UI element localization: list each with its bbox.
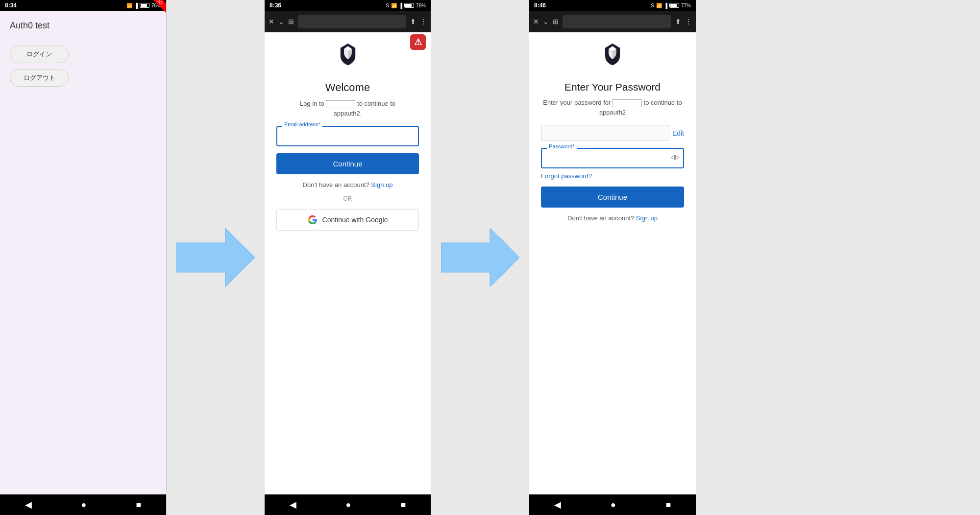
password-input[interactable]: [541, 148, 684, 168]
recent-btn-2[interactable]: ■: [401, 500, 406, 510]
chevron-down-icon-3[interactable]: ⌄: [543, 18, 549, 25]
app-title: Auth0 test: [10, 21, 156, 31]
battery-text-3: 77%: [681, 3, 691, 8]
signup-link-2[interactable]: Sign up: [371, 181, 392, 188]
status-bar-1: 8:34 📶 ▐ 76%: [0, 0, 166, 11]
svg-marker-1: [441, 228, 519, 287]
back-btn-1[interactable]: ◀: [25, 499, 32, 510]
subtitle-box: [326, 100, 355, 108]
s-icon: S: [386, 3, 389, 8]
pw-label: Password*: [547, 143, 577, 149]
url-box-2[interactable]: [298, 15, 406, 28]
google-btn-label: Continue with Google: [322, 216, 388, 224]
signal-icon-3: ▐: [664, 3, 667, 8]
home-btn-3[interactable]: ●: [611, 500, 616, 510]
time-1: 8:34: [5, 2, 17, 9]
subtitle-suffix: to continue to: [357, 100, 395, 107]
signal-icon: ▐: [134, 3, 138, 8]
back-btn-2[interactable]: ◀: [290, 499, 296, 510]
pw-subtitle-prefix: Enter your password for: [543, 99, 611, 106]
svg-marker-0: [176, 228, 255, 287]
browser-bar-3: ✕ ⌄ ⊞ ⬆ ⋮: [529, 11, 696, 32]
close-icon-3[interactable]: ✕: [533, 18, 539, 25]
login-button[interactable]: ログイン: [10, 46, 69, 63]
nav-bar-2: ◀ ● ■: [265, 494, 431, 515]
signup-text-3: Don't have an account?: [567, 214, 634, 222]
battery-1: [140, 3, 149, 8]
welcome-title: Welcome: [325, 81, 370, 94]
back-btn-3[interactable]: ◀: [554, 499, 561, 510]
status-bar-2: 8:36 S 📶 ▐ 76%: [265, 0, 431, 11]
enter-pw-title: Enter Your Password: [564, 81, 661, 93]
eye-icon[interactable]: 👁: [671, 154, 679, 163]
home-btn-2[interactable]: ●: [346, 500, 351, 510]
screen1-content: Auth0 test ログイン ログアウト: [0, 11, 166, 494]
continue-button-2[interactable]: Continue: [276, 153, 419, 174]
google-button[interactable]: Continue with Google: [276, 209, 419, 231]
or-text: OR: [339, 195, 357, 202]
more-icon-3[interactable]: ⋮: [685, 18, 692, 25]
time-3: 8:46: [534, 2, 546, 9]
recent-btn-1[interactable]: ■: [136, 500, 142, 510]
arrow-1: [167, 0, 265, 515]
time-2: 8:36: [270, 2, 281, 9]
screen3-main: Enter Your Password Enter your password …: [529, 71, 696, 494]
email-label: Email address*: [282, 121, 322, 127]
more-icon-2[interactable]: ⋮: [420, 18, 427, 25]
wifi-icon-2: 📶: [391, 3, 397, 8]
forgot-password-link[interactable]: Forgot password?: [541, 172, 592, 180]
share-icon-2[interactable]: ⬆: [410, 18, 416, 25]
status-icons-1: 📶 ▐ 76%: [126, 3, 161, 8]
chevron-down-icon-2[interactable]: ⌄: [278, 18, 284, 25]
nav-bar-3: ◀ ● ■: [529, 494, 696, 515]
battery-2: [404, 3, 414, 8]
signup-line-3: Don't have an account? Sign up: [567, 214, 658, 222]
tabs-icon-3[interactable]: ⊞: [553, 18, 559, 25]
signup-link-3[interactable]: Sign up: [636, 214, 658, 222]
pw-field-wrap: Password* 👁: [541, 148, 684, 168]
signup-line-2: Don't have an account? Sign up: [303, 181, 393, 188]
subtitle-app: appauth2.: [334, 110, 362, 117]
logout-button[interactable]: ログアウト: [10, 69, 69, 87]
google-icon: [308, 215, 318, 225]
email-display-input[interactable]: [541, 125, 669, 141]
email-input[interactable]: [276, 126, 419, 146]
share-icon-3[interactable]: ⬆: [675, 18, 681, 25]
recent-btn-3[interactable]: ■: [665, 500, 671, 510]
home-btn-1[interactable]: ●: [81, 500, 87, 510]
signup-text-2: Don't have an account?: [303, 181, 369, 188]
wifi-icon: 📶: [126, 3, 132, 8]
or-line-left: [276, 199, 339, 199]
continue-button-3[interactable]: Continue: [541, 187, 684, 208]
close-icon-2[interactable]: ✕: [269, 18, 274, 25]
pw-subtitle-box: [612, 99, 642, 107]
auth0-logo-2: [265, 42, 431, 67]
s-icon-3: S: [651, 3, 654, 8]
alert-icon: ⚠: [410, 34, 426, 50]
status-bar-3: 8:46 S 📶 ▐ 77%: [529, 0, 696, 11]
signal-icon-2: ▐: [399, 3, 402, 8]
status-icons-3: S 📶 ▐ 77%: [651, 3, 691, 8]
edit-button[interactable]: Edit: [672, 129, 684, 137]
status-icons-2: S 📶 ▐ 76%: [386, 3, 426, 8]
or-line-right: [357, 199, 419, 199]
or-divider: OR: [276, 195, 419, 202]
nav-bar-1: ◀ ● ■: [0, 494, 166, 515]
email-display-row: Edit: [541, 125, 684, 141]
screen2-main: Welcome Log in to to continue to appauth…: [265, 71, 431, 494]
url-box-3[interactable]: [563, 15, 671, 28]
browser-bar-2: ✕ ⌄ ⊞ ⬆ ⋮: [265, 11, 431, 32]
email-field-wrap: Email address*: [276, 126, 419, 146]
subtitle-3: Enter your password for to continue to a…: [541, 98, 684, 117]
tabs-icon-2[interactable]: ⊞: [288, 18, 294, 25]
battery-text-2: 76%: [416, 3, 426, 8]
arrow-2: [431, 0, 529, 515]
battery-3: [669, 3, 679, 8]
subtitle-prefix: Log in to: [300, 100, 324, 107]
wifi-icon-3: 📶: [656, 3, 662, 8]
auth0-logo-3: [529, 42, 696, 67]
subtitle-2: Log in to to continue to appauth2.: [300, 99, 395, 118]
